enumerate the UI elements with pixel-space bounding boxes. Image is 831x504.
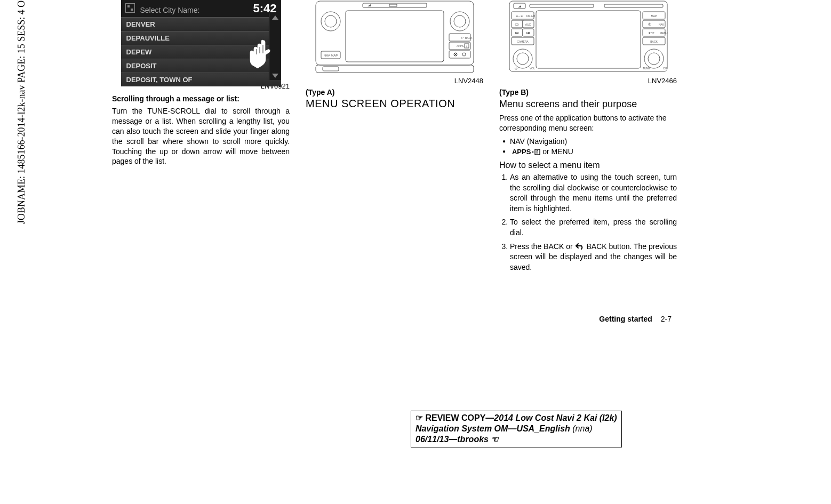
review-prefix: ☞ REVIEW COPY— (416, 413, 494, 422)
svg-point-45 (648, 53, 660, 65)
bullet-apps: APPS or MENU (502, 147, 677, 157)
svg-point-49 (537, 150, 538, 151)
page-number: 2-7 (661, 315, 672, 323)
bullet-list: NAV (Navigation) APPS or MENU (499, 137, 677, 157)
intro-paragraph: Press one of the application buttons to … (499, 113, 677, 133)
svg-text:⏻: ⏻ (515, 67, 517, 70)
review-title: 2014 Low Cost Navi 2 Kai (l2k) (494, 413, 617, 422)
list-item: DENVER (121, 17, 281, 31)
svg-rect-23 (530, 4, 594, 7)
page-footer: Getting started 2-7 (599, 315, 672, 323)
svg-text:↩: ↩ (460, 36, 463, 39)
svg-text:★/⟳: ★/⟳ (648, 31, 654, 35)
fmam-label: FM·AM (526, 14, 535, 18)
review-line2a: Navigation System OM—USA_English (416, 424, 570, 433)
step-2: To select the preferred item, press the … (510, 217, 677, 238)
manual-page: Select City Name: 5:42 DENVER DEPAUVILLE… (48, 0, 784, 504)
map-label: MAP (651, 14, 657, 18)
nav-screenshot: Select City Name: 5:42 DENVER DEPAUVILLE… (121, 0, 281, 80)
back-button-label: BACK (465, 36, 473, 39)
back-label: BACK (650, 40, 658, 43)
column-3: ⊕↔⊕ FM·AM CD AUX ⏮ ⏭ CAMERA (499, 0, 677, 276)
svg-rect-17 (449, 51, 470, 58)
list-item: DEPOSIT, TOWN OF (121, 73, 281, 86)
svg-rect-3 (389, 4, 397, 6)
vol-label: VOL (530, 67, 535, 70)
svg-text:i: i (466, 45, 467, 48)
type-b-label: (Type B) (499, 88, 677, 97)
review-line3: 06/11/13—tbrooks ☜ (416, 435, 498, 444)
svg-rect-21 (514, 3, 525, 9)
list-item: DEPEW (121, 45, 281, 59)
list-item: DEPOSIT (121, 59, 281, 73)
aux-label: AUX (525, 23, 531, 26)
svg-rect-1 (316, 65, 474, 73)
navmap-button-label: NAV MAP (323, 54, 338, 57)
svg-text:⏭: ⏭ (526, 31, 530, 35)
camera-label: CAMERA (517, 40, 529, 43)
svg-point-46 (532, 151, 534, 153)
figure-code: LNV2466 (499, 77, 677, 85)
svg-rect-5 (346, 11, 444, 62)
section-name: Getting started (599, 315, 652, 323)
apps-icon: APPS (512, 147, 540, 157)
dash-unit-type-a: NAV MAP ↩ BACK APPS i (315, 0, 475, 75)
howto-title: How to select a menu item (499, 161, 677, 170)
svg-text:✆: ✆ (648, 22, 651, 26)
dash-unit-type-b: ⊕↔⊕ FM·AM CD AUX ⏮ ⏭ CAMERA (508, 0, 668, 75)
column-1: Select City Name: 5:42 DENVER DEPAUVILLE… (112, 0, 290, 276)
grid-icon (125, 3, 135, 13)
svg-rect-25 (536, 11, 641, 68)
svg-marker-4 (367, 4, 371, 6)
scroll-up-icon[interactable] (272, 15, 278, 20)
type-a-label: (Type A) (306, 88, 334, 97)
svg-point-11 (454, 15, 466, 27)
scroll-paragraph: Turn the TUNE-SCROLL dial to scroll thro… (112, 106, 290, 166)
step-3: Press the BACK or BACK button. The previ… (510, 242, 677, 273)
menu-screen-operation-title: MENU SCREEN OPERATION (306, 98, 483, 110)
scroll-down-icon[interactable] (272, 74, 278, 78)
svg-point-7 (325, 15, 337, 27)
list-item: DEPAUVILLE (121, 31, 281, 45)
svg-rect-24 (604, 4, 663, 7)
menu-screens-subtitle: Menu screens and their purpose (499, 99, 677, 110)
scroll-heading: Scrolling through a message or list: (112, 94, 290, 103)
review-line2b: (nna) (570, 424, 593, 433)
bullet-nav: NAV (Navigation) (502, 137, 677, 147)
nav-label: NAV (659, 23, 665, 26)
svg-point-10 (450, 12, 469, 31)
steps-list: As an alternative to using the touch scr… (499, 172, 677, 273)
print-job-spine: JOBNAME: 1485166-2014-l2k-nav PAGE: 15 S… (16, 0, 27, 224)
svg-text:⏮: ⏮ (515, 31, 518, 35)
step-1: As an alternative to using the touch scr… (510, 172, 677, 214)
scrollbar[interactable] (269, 13, 281, 80)
svg-point-42 (517, 53, 529, 65)
figure-code: LNV2448 (306, 77, 483, 85)
back-arrow-icon (575, 242, 585, 251)
svg-rect-9 (323, 67, 339, 71)
svg-point-44 (644, 49, 664, 68)
ch-label: CH (663, 67, 667, 70)
apps-button-label: APPS (457, 44, 464, 47)
column-2: NAV MAP ↩ BACK APPS i (306, 0, 483, 276)
cd-label: CD (515, 23, 519, 26)
tune-label: TUNE (643, 67, 650, 70)
menu-label: MENU (660, 31, 668, 35)
figure-type-a: NAV MAP ↩ BACK APPS i (306, 0, 483, 85)
review-copy-box: ☞ REVIEW COPY—2014 Low Cost Navi 2 Kai (… (411, 411, 622, 447)
svg-text:⊕↔⊕: ⊕↔⊕ (516, 14, 523, 18)
svg-marker-22 (518, 5, 521, 7)
svg-point-19 (462, 53, 466, 56)
select-city-label: Select City Name: (140, 6, 199, 14)
figure-screenshot: Select City Name: 5:42 DENVER DEPAUVILLE… (112, 0, 290, 90)
bullet-apps-suffix: or MENU (542, 147, 573, 156)
figure-type-b: ⊕↔⊕ FM·AM CD AUX ⏮ ⏭ CAMERA (499, 0, 677, 85)
svg-rect-2 (363, 3, 427, 7)
svg-point-6 (321, 12, 340, 31)
svg-point-41 (513, 49, 532, 68)
screenshot-header: Select City Name: 5:42 (121, 0, 281, 17)
